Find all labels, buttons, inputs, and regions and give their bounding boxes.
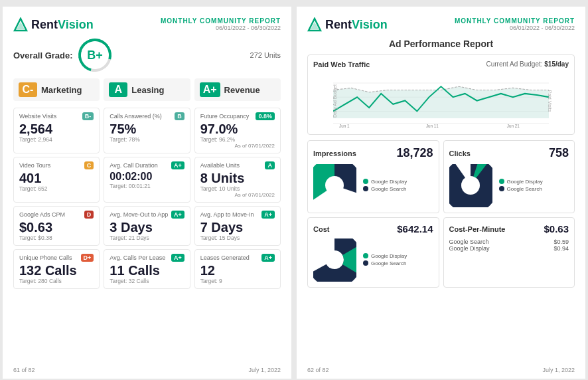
metric-label-occupancy: Future Occupancy xyxy=(200,113,250,120)
metric-label-website: Website Visits xyxy=(19,113,56,120)
impressions-value: 18,728 xyxy=(396,146,433,160)
metric-value-duration: 00:02:00 xyxy=(110,171,184,183)
metric-target-calls: Target: 78% xyxy=(110,136,184,143)
metrics-row-4: Unique Phone Calls D+ 132 Calls Target: … xyxy=(13,249,281,289)
metric-grade-moveout: A+ xyxy=(171,211,184,219)
metric-grade-cpm: D xyxy=(84,211,94,219)
metric-label-calls: Calls Answered (%) xyxy=(110,113,162,120)
impressions-header: Impressions 18,728 xyxy=(313,146,433,160)
header-right-1: MONTHLY COMMUNITY REPORT 06/01/2022 - 06… xyxy=(161,17,281,31)
report-date-1: 06/01/2022 - 06/30/2022 xyxy=(161,25,281,31)
cpm-search-row: Google Search $0.59 xyxy=(449,238,569,245)
clicks-pie-row: 94.7% Google Display Google Search xyxy=(449,164,569,207)
metric-target-video: Target: 652 xyxy=(19,185,94,192)
cpm-title: Cost-Per-Minute xyxy=(449,225,506,233)
metric-grade-website: B- xyxy=(82,112,94,120)
header-right-2: MONTHLY COMMUNITY REPORT 06/01/2022 - 06… xyxy=(455,17,575,31)
metric-value-phone: 132 Calls xyxy=(19,263,94,278)
metric-target-website: Target: 2,964 xyxy=(19,136,94,143)
overall-grade-row: Overall Grade: B+ 272 Units xyxy=(13,39,281,72)
cat-name-revenue: Revenue xyxy=(224,85,260,95)
page-2-header: RentVision MONTHLY COMMUNITY REPORT 06/0… xyxy=(307,17,575,32)
metric-video-tours: Video Tours C 401 Target: 652 xyxy=(13,157,100,203)
cat-grade-revenue: A+ xyxy=(200,82,220,97)
category-marketing: C- Marketing xyxy=(13,78,100,101)
dot-navy-cost xyxy=(363,260,368,266)
report-title-2: MONTHLY COMMUNITY REPORT xyxy=(455,17,575,25)
metric-grade-phone: D+ xyxy=(81,254,94,262)
legend-search-impressions: Google Search xyxy=(363,186,407,192)
metric-target-avail: Target: 10 Units xyxy=(200,185,275,192)
metric-label-cpl: Avg. Calls Per Lease xyxy=(110,254,165,261)
metrics-row-3: Google Ads CPM D $0.63 Target: $0.38 Avg… xyxy=(13,206,281,246)
cost-value: $642.14 xyxy=(397,223,433,235)
cost-pie: 83.2% xyxy=(313,238,356,282)
cpm-value: $0.63 xyxy=(544,223,569,235)
metric-future-occupancy: Future Occupancy 0.8% 97.0% Target: 96.2… xyxy=(194,108,281,153)
metric-value-leases: 12 xyxy=(200,263,275,278)
cpm-header: Cost-Per-Minute $0.63 xyxy=(449,223,569,235)
metric-value-moveout: 3 Days xyxy=(110,220,184,235)
logo-icon-left xyxy=(13,17,28,32)
category-leasing: A Leasing xyxy=(104,78,190,101)
metrics-2x2: Impressions 18,728 45.2% 54.8% Goo xyxy=(307,140,575,288)
categories-row: C- Marketing A Leasing A+ Revenue xyxy=(13,78,281,101)
paid-traffic-header: Paid Web Traffic Current Ad Budget: $15/… xyxy=(313,60,569,68)
dot-teal-clicks xyxy=(499,179,504,184)
page-1: RentVision MONTHLY COMMUNITY REPORT 06/0… xyxy=(3,7,291,379)
budget-value: $15/day xyxy=(544,60,569,68)
metric-grade-occupancy: 0.8% xyxy=(256,112,275,120)
page-2-footer: 62 of 82 July 1, 2022 xyxy=(307,367,575,373)
metric-label-moveout: Avg. Move-Out to App xyxy=(110,211,168,218)
ad-report-title: Ad Performance Report xyxy=(307,39,575,49)
metric-call-duration: Avg. Call Duration A+ 00:02:00 Target: 0… xyxy=(104,157,190,203)
metric-target-cpm: Target: $0.38 xyxy=(19,235,94,241)
metric-value-occupancy: 97.0% xyxy=(200,122,275,136)
metric-value-website: 2,564 xyxy=(19,122,94,136)
metric-calls-per-lease: Avg. Calls Per Lease A+ 11 Calls Target:… xyxy=(104,249,190,289)
metrics-row-1: Website Visits B- 2,564 Target: 2,964 Ca… xyxy=(13,108,281,153)
cat-grade-marketing: C- xyxy=(19,82,37,97)
paid-traffic-label: Paid Web Traffic xyxy=(313,60,370,68)
cost-pie-row: 83.2% Google Display Google Search xyxy=(313,238,433,282)
svg-text:83.2%: 83.2% xyxy=(327,257,342,263)
dot-navy-impressions xyxy=(363,186,368,191)
cost-legend: Google Display Google Search xyxy=(363,253,407,268)
category-revenue: A+ Revenue xyxy=(194,78,281,101)
paid-traffic-box: Paid Web Traffic Current Ad Budget: $15/… xyxy=(307,54,575,135)
impressions-pie-row: 45.2% 54.8% Google Display Google Search xyxy=(313,164,433,207)
footer-date-2: July 1, 2022 xyxy=(542,367,575,373)
metric-label-cpm: Google Ads CPM xyxy=(19,211,65,218)
page-1-header: RentVision MONTHLY COMMUNITY REPORT 06/0… xyxy=(13,17,281,32)
svg-text:Jun 21: Jun 21 xyxy=(507,123,520,128)
chart-left-axis: Daily Ad Budget xyxy=(332,84,337,118)
metric-google-cpm: Google Ads CPM D $0.63 Target: $0.38 xyxy=(13,206,100,246)
overall-label: Overall Grade: xyxy=(13,50,73,60)
page-2: RentVision MONTHLY COMMUNITY REPORT 06/0… xyxy=(297,7,585,379)
legend-display-impressions: Google Display xyxy=(363,179,407,185)
logo-right: RentVision xyxy=(307,17,388,32)
metric-asof-avail: As of 07/01/2022 xyxy=(200,192,275,198)
metric-calls-answered: Calls Answered (%) B 75% Target: 78% xyxy=(104,108,190,153)
metric-leases-generated: Leases Generated A+ 12 Target: 9 xyxy=(194,249,281,289)
metric-value-avail: 8 Units xyxy=(200,171,275,185)
metric-grade-avail: A xyxy=(265,161,275,169)
metric-target-moveout: Target: 21 Days xyxy=(110,235,184,241)
metric-cost: Cost $642.14 83.2% Google Display xyxy=(307,217,439,288)
svg-text:Jun 1: Jun 1 xyxy=(339,123,350,128)
metric-label-phone: Unique Phone Calls xyxy=(19,254,72,261)
metric-value-video: 401 xyxy=(19,171,94,185)
cost-title: Cost xyxy=(313,225,329,233)
metric-value-movein: 7 Days xyxy=(200,220,275,235)
metric-target-cpl: Target: 32 Calls xyxy=(110,278,184,284)
clicks-title: Clicks xyxy=(449,149,471,157)
cpm-display-value: $0.94 xyxy=(553,245,569,252)
metric-moveout-app: Avg. Move-Out to App A+ 3 Days Target: 2… xyxy=(104,206,190,246)
metric-grade-movein: A+ xyxy=(261,211,275,219)
metric-available-units: Available Units A 8 Units Target: 10 Uni… xyxy=(194,157,281,203)
chart-svg: Jun 1 Jun 11 Jun 21 $30 $20 $10 40 20 0 xyxy=(333,72,549,129)
footer-date-1: July 1, 2022 xyxy=(248,367,281,373)
budget-label: Current Ad Budget: $15/day xyxy=(486,60,569,68)
metric-cost-per-minute: Cost-Per-Minute $0.63 Google Search $0.5… xyxy=(443,217,575,288)
clicks-pie: 94.7% xyxy=(449,164,492,207)
